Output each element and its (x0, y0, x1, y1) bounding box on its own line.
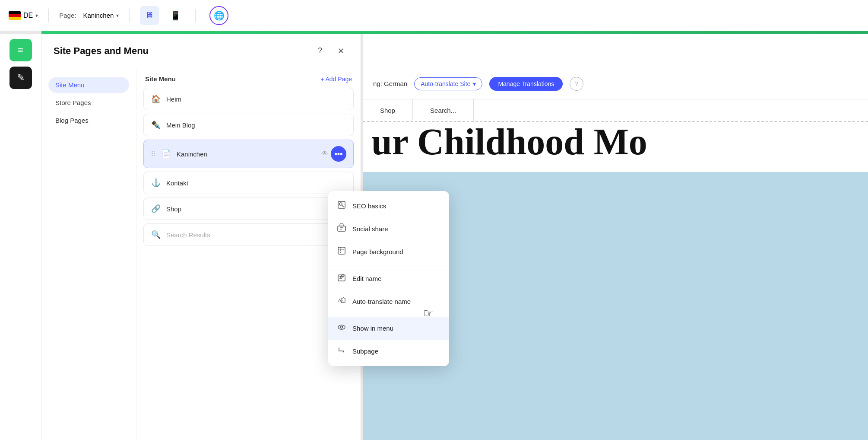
auto-translate-label: Auto-translate Site (421, 80, 470, 87)
topbar-divider-2 (129, 9, 130, 22)
sidebar-item-blog-pages[interactable]: Blog Pages (48, 112, 129, 128)
page-chevron-icon: ▾ (116, 13, 119, 19)
page-background-label: Page background (352, 248, 403, 255)
heim-icon: 🏠 (151, 94, 161, 104)
sidebar-item-site-menu[interactable]: Site Menu (48, 77, 129, 93)
mein-blog-name: Mein Blog (166, 121, 346, 129)
search-results-icon: 🔍 (151, 230, 161, 239)
shop-name: Shop (166, 205, 346, 213)
context-menu-subpage[interactable]: Subpage (328, 340, 449, 363)
show-in-menu-icon (337, 323, 346, 334)
page-label: Page: (59, 12, 76, 19)
panel-close-button[interactable]: ✕ (333, 43, 348, 59)
canvas-area: ng: German Auto-translate Site ▾ Manage … (0, 31, 868, 440)
panel-body: Site Menu Store Pages Blog Pages Site Me… (41, 68, 361, 440)
drag-handle-icon[interactable]: ⠿ (151, 150, 156, 158)
content-title: Site Menu (145, 75, 320, 83)
preview-nav: Shop Search... (363, 99, 868, 122)
translating-label: ng: German (373, 80, 407, 87)
topbar-divider-1 (48, 9, 49, 22)
panel-content: Site Menu + Add Page 🏠 Heim ✒️ Mein Blog… (136, 68, 361, 440)
page-item-heim[interactable]: 🏠 Heim (143, 88, 354, 110)
subpage-icon (337, 346, 346, 357)
edit-name-label: Edit name (352, 275, 382, 282)
content-header: Site Menu + Add Page (143, 75, 354, 83)
context-menu-edit-name[interactable]: Edit name (328, 267, 449, 290)
seo-basics-label: SEO basics (352, 202, 386, 210)
heim-name: Heim (166, 96, 346, 103)
mobile-view-button[interactable]: 📱 (166, 6, 185, 25)
show-in-menu-label: Show in menu (352, 325, 393, 332)
left-icon-bar: ≡ ✎ (0, 34, 41, 440)
context-menu-divider-1 (328, 265, 449, 265)
auto-translate-button[interactable]: Auto-translate Site ▾ (414, 77, 482, 90)
preview-nav-shop: Shop (363, 99, 413, 121)
language-selector[interactable]: DE ▾ (9, 11, 38, 20)
social-share-label: Social share (352, 225, 388, 233)
page-selector[interactable]: Kaninchen ▾ (83, 12, 119, 19)
search-results-name: Search Results (166, 231, 334, 239)
lang-label: DE (23, 12, 33, 19)
svg-point-15 (341, 326, 343, 328)
globe-icon[interactable]: 🌐 (209, 6, 228, 25)
topbar-divider-3 (195, 9, 196, 22)
page-item-kontakt[interactable]: ⚓ Kontakt (143, 172, 354, 194)
context-menu-show-in-menu[interactable]: Show in menu (328, 317, 449, 340)
mein-blog-icon: ✒️ (151, 120, 161, 130)
svg-point-1 (339, 203, 342, 205)
page-background-icon (337, 246, 346, 257)
panel-header: Site Pages and Menu ? ✕ (41, 34, 361, 68)
kontakt-name: Kontakt (166, 179, 346, 187)
panel-left-nav: Site Menu Store Pages Blog Pages (41, 68, 136, 440)
auto-translate-name-label: Auto-translate name (352, 298, 411, 305)
editor-icon-button[interactable]: ✎ (10, 67, 32, 89)
svg-text:A: A (341, 300, 344, 304)
kaninchen-more-button[interactable]: ••• (331, 146, 346, 162)
translation-help-button[interactable]: ? (570, 77, 583, 91)
site-pages-panel: Site Pages and Menu ? ✕ Site Menu Store … (41, 34, 361, 440)
pages-icon-button[interactable]: ≡ (10, 39, 32, 61)
svg-rect-6 (338, 247, 345, 254)
desktop-view-button[interactable]: 🖥 (140, 6, 159, 25)
translation-bar: ng: German Auto-translate Site ▾ Manage … (363, 68, 868, 99)
page-item-search-results[interactable]: 🔍 Search Results 👁 (143, 223, 354, 246)
context-menu-social-share[interactable]: Social share (328, 217, 449, 240)
svg-point-14 (338, 325, 345, 329)
panel-help-button[interactable]: ? (312, 43, 328, 59)
page-item-shop[interactable]: 🔗 Shop (143, 198, 354, 220)
page-item-kaninchen[interactable]: ⠿ 📄 Kaninchen 👁 ••• (143, 140, 354, 168)
kaninchen-name: Kaninchen (177, 150, 316, 158)
context-menu-page-background[interactable]: Page background (328, 240, 449, 263)
social-share-icon (337, 223, 346, 234)
kaninchen-icon: 📄 (161, 149, 171, 159)
page-item-mein-blog[interactable]: ✒️ Mein Blog (143, 114, 354, 136)
kaninchen-eye-icon[interactable]: 👁 (321, 150, 328, 158)
sidebar-item-store-pages[interactable]: Store Pages (48, 95, 129, 111)
page-name: Kaninchen (83, 12, 114, 19)
seo-icon (337, 201, 346, 211)
preview-heading: ur Childhood Mo (371, 120, 868, 163)
add-page-button[interactable]: + Add Page (320, 76, 352, 83)
topbar: DE ▾ Page: Kaninchen ▾ 🖥 📱 🌐 (0, 0, 868, 31)
panel-title: Site Pages and Menu (54, 45, 307, 57)
context-menu: SEO basics Social share (328, 191, 449, 366)
edit-name-icon (337, 273, 346, 284)
editor-icon: ✎ (17, 72, 25, 83)
pages-icon: ≡ (18, 45, 23, 56)
auto-translate-name-icon: A A (337, 296, 346, 307)
subpage-label: Subpage (352, 348, 378, 355)
manage-translations-button[interactable]: Manage Translations (489, 77, 563, 91)
context-menu-auto-translate-name[interactable]: A A Auto-translate name (328, 290, 449, 313)
svg-line-2 (342, 205, 344, 207)
context-menu-divider-2 (328, 315, 449, 315)
svg-rect-3 (338, 226, 345, 231)
kontakt-icon: ⚓ (151, 178, 161, 188)
context-menu-seo-basics[interactable]: SEO basics (328, 194, 449, 217)
shop-icon: 🔗 (151, 204, 161, 214)
lang-chevron-icon: ▾ (35, 13, 38, 19)
kaninchen-actions: 👁 ••• (321, 146, 346, 162)
german-flag (9, 11, 21, 20)
auto-translate-chevron-icon: ▾ (473, 80, 476, 87)
preview-nav-search: Search... (413, 99, 474, 121)
